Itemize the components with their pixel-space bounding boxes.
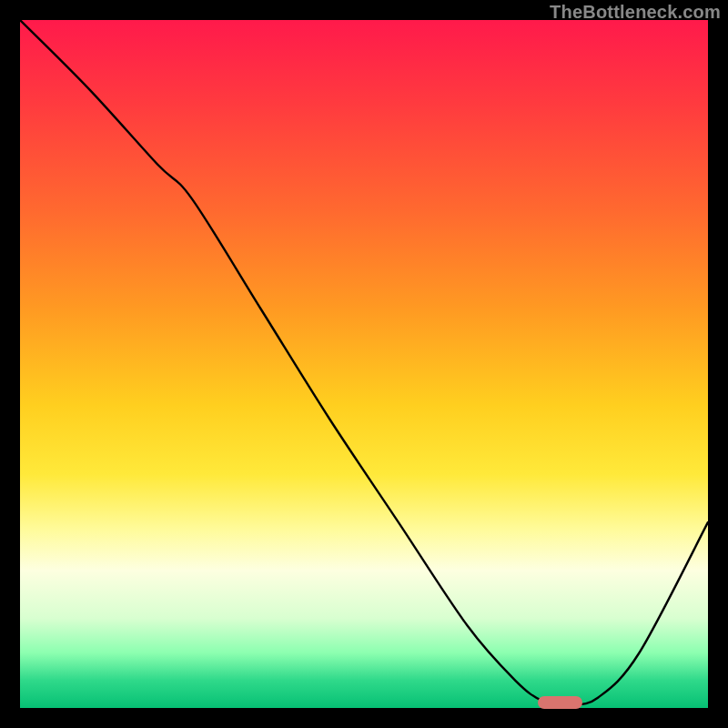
chart-frame: TheBottleneck.com <box>0 0 728 728</box>
plot-area <box>20 20 708 708</box>
sweet-spot-marker <box>538 696 583 709</box>
curve-path <box>20 20 708 705</box>
bottleneck-curve <box>20 20 708 708</box>
